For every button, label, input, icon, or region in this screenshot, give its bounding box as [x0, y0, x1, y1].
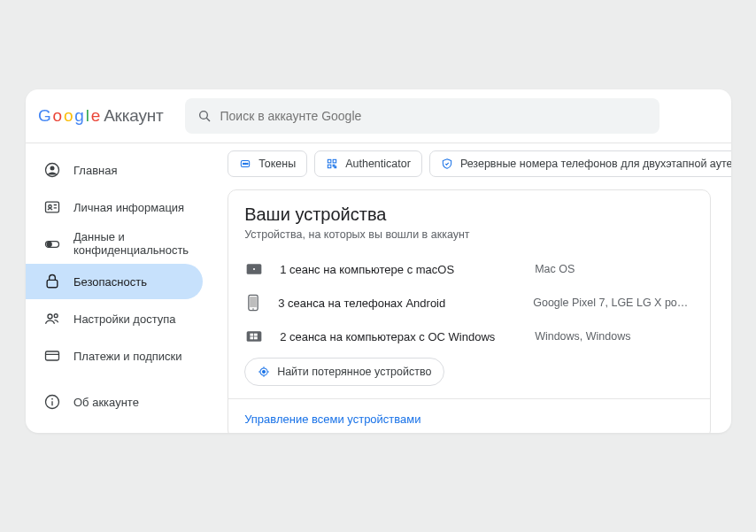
- search-input[interactable]: [220, 109, 647, 123]
- sidebar-item-label: Данные и конфиденциальность: [73, 231, 189, 258]
- svg-point-5: [49, 205, 51, 208]
- mac-icon: [244, 262, 264, 276]
- app-window: Google Аккаунт Главная Личная информация…: [26, 89, 731, 433]
- svg-rect-22: [328, 159, 332, 163]
- device-title: 2 сеанса на компьютерах с ОС Windows: [280, 330, 519, 343]
- body: Главная Личная информация Данные и конфи…: [26, 143, 731, 433]
- chip-label: Authenticator: [345, 158, 411, 170]
- sidebar-item-label: Платежи и подписки: [73, 350, 182, 363]
- manage-devices-link[interactable]: Управление всеми устройствами: [244, 399, 694, 433]
- svg-rect-32: [247, 331, 262, 342]
- svg-rect-26: [335, 166, 336, 168]
- main-content: Токены Authenticator Резервные номера те…: [212, 143, 731, 433]
- sidebar-item-label: Об аккаунте: [73, 396, 139, 409]
- sidebar-item-label: Настройки доступа: [73, 312, 176, 326]
- device-row[interactable]: 3 сеанса на телефонах Android Google Pix…: [244, 285, 694, 320]
- device-title: 3 сеанса на телефонах Android: [278, 297, 517, 310]
- sidebar: Главная Личная информация Данные и конфи…: [26, 143, 212, 433]
- phone-icon: [244, 294, 262, 312]
- devices-card: Ваши устройства Устройства, на которых в…: [228, 189, 711, 433]
- lock-icon: [43, 273, 61, 290]
- sidebar-item-security[interactable]: Безопасность: [26, 264, 203, 299]
- svg-point-21: [247, 163, 249, 165]
- device-row[interactable]: 2 сеанса на компьютерах с ОС Windows Win…: [244, 320, 694, 352]
- info-icon: [43, 393, 61, 411]
- svg-rect-13: [46, 351, 59, 360]
- svg-point-28: [253, 268, 255, 270]
- chip-label: Резервные номера телефонов для двухэтапн…: [460, 158, 731, 170]
- svg-rect-36: [254, 336, 258, 339]
- svg-rect-23: [333, 159, 336, 163]
- svg-point-20: [245, 163, 247, 165]
- manage-devices-label: Управление всеми устройствами: [244, 412, 420, 426]
- sidebar-item-label: Безопасность: [73, 275, 147, 289]
- svg-rect-10: [47, 280, 58, 287]
- credit-card-icon: [43, 347, 61, 365]
- chip-label: Токены: [258, 158, 296, 170]
- id-card-icon: [43, 198, 61, 216]
- chip-authenticator[interactable]: Authenticator: [314, 150, 422, 177]
- sidebar-item-personal[interactable]: Личная информация: [26, 189, 203, 225]
- svg-rect-4: [46, 202, 59, 212]
- sidebar-item-label: Личная информация: [73, 201, 184, 214]
- svg-point-0: [199, 112, 207, 120]
- windows-icon: [244, 329, 264, 343]
- header-bar: Google Аккаунт: [26, 89, 731, 143]
- devices-card-title: Ваши устройства: [244, 204, 694, 225]
- svg-rect-33: [251, 334, 254, 336]
- device-row[interactable]: 1 сеанс на компьютере с macOS Mac OS: [244, 253, 694, 285]
- svg-point-31: [252, 308, 254, 310]
- password-icon: [239, 158, 251, 170]
- device-detail: Windows, Windows: [535, 330, 630, 343]
- search-icon: [197, 109, 212, 123]
- logo-suffix: Аккаунт: [104, 106, 163, 126]
- svg-rect-24: [328, 165, 332, 168]
- sidebar-item-label: Главная: [73, 164, 117, 177]
- svg-point-12: [54, 314, 58, 318]
- chip-tokens[interactable]: Токены: [228, 150, 307, 177]
- sidebar-item-payments[interactable]: Платежи и подписки: [26, 338, 203, 374]
- svg-point-3: [50, 166, 55, 170]
- sidebar-item-privacy[interactable]: Данные и конфиденциальность: [26, 227, 203, 262]
- svg-point-38: [263, 371, 266, 374]
- target-icon: [258, 366, 270, 378]
- devices-card-subtitle: Устройства, на которых вы вошли в аккаун…: [244, 228, 694, 241]
- sidebar-item-sharing[interactable]: Настройки доступа: [26, 301, 203, 336]
- device-detail: Google Pixel 7, LGE LG X power, ...: [533, 297, 694, 309]
- svg-point-9: [47, 243, 51, 247]
- toggle-icon: [43, 235, 61, 253]
- shield-check-icon: [441, 158, 453, 170]
- svg-point-19: [243, 163, 245, 165]
- sidebar-item-about[interactable]: Об аккаунте: [26, 384, 203, 420]
- user-circle-icon: [43, 161, 61, 179]
- svg-rect-30: [250, 297, 257, 307]
- security-options-chips: Токены Authenticator Резервные номера те…: [228, 150, 731, 177]
- people-icon: [43, 310, 61, 328]
- sidebar-item-home[interactable]: Главная: [26, 152, 203, 188]
- svg-point-16: [51, 398, 53, 400]
- find-device-button[interactable]: Найти потерянное устройство: [244, 358, 444, 386]
- svg-line-1: [206, 118, 210, 121]
- search-box[interactable]: [185, 98, 660, 134]
- device-title: 1 сеанс на компьютере с macOS: [280, 263, 519, 276]
- svg-rect-35: [251, 336, 254, 339]
- svg-rect-34: [254, 334, 258, 336]
- google-account-logo[interactable]: Google Аккаунт: [38, 106, 164, 126]
- qr-icon: [326, 158, 338, 170]
- find-device-label: Найти потерянное устройство: [277, 366, 431, 378]
- device-detail: Mac OS: [535, 263, 575, 275]
- svg-point-11: [48, 314, 52, 319]
- chip-backup-phones[interactable]: Резервные номера телефонов для двухэтапн…: [429, 150, 731, 177]
